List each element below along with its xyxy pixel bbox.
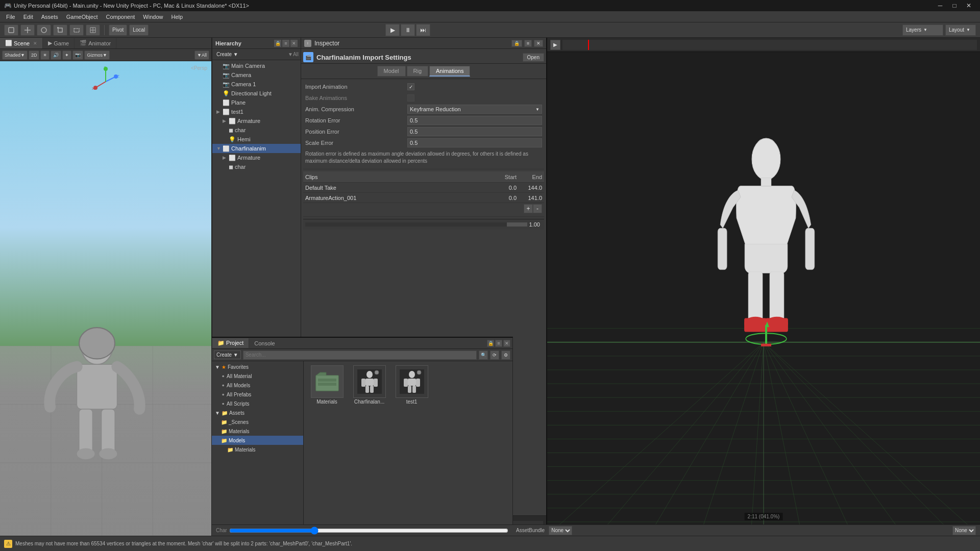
tab-model[interactable]: Model bbox=[377, 66, 406, 77]
tab-console[interactable]: Console bbox=[249, 339, 280, 348]
sidebar-models-materials[interactable]: 📁 Materials bbox=[212, 445, 303, 454]
project-search-input[interactable] bbox=[243, 350, 477, 360]
tree-item-armature1[interactable]: ▶ ⬜ Armature bbox=[212, 116, 301, 126]
hierarchy-menu-button[interactable]: ≡ bbox=[282, 40, 289, 47]
rotation-error-value[interactable]: 0.5 bbox=[407, 116, 542, 125]
project-close-button[interactable]: ✕ bbox=[503, 340, 510, 347]
open-button[interactable]: Open bbox=[523, 53, 544, 62]
tree-item-hemi[interactable]: 💡 Hemi bbox=[212, 135, 301, 144]
project-create-button[interactable]: Create ▼ bbox=[214, 350, 241, 359]
import-animation-checkbox[interactable] bbox=[407, 83, 414, 90]
layout-dropdown[interactable]: Layout ▼ bbox=[945, 24, 976, 36]
audio-button[interactable]: 🔊 bbox=[51, 51, 61, 60]
project-toolbar: Create ▼ 🔍 ⟳ ⚙ bbox=[212, 349, 512, 361]
assetbundle-dropdown[interactable]: None bbox=[549, 526, 572, 535]
scale-error-value[interactable]: 0.5 bbox=[407, 138, 542, 147]
tab-scene[interactable]: ⬜ Scene ✕ bbox=[0, 38, 43, 48]
assetbundle-variant-dropdown[interactable]: None bbox=[952, 526, 976, 535]
layers-dropdown[interactable]: Layers ▼ bbox=[902, 24, 943, 36]
tree-item-camera1[interactable]: 📷 Camera 1 bbox=[212, 80, 301, 89]
tree-item-char2[interactable]: ◼ char bbox=[212, 162, 301, 171]
all-button[interactable]: ▼All bbox=[194, 51, 209, 60]
step-button[interactable]: ⏭ bbox=[416, 24, 430, 36]
sidebar-models[interactable]: 📁 Models bbox=[212, 436, 303, 445]
rotate-tool-button[interactable] bbox=[37, 24, 51, 36]
sidebar-scenes[interactable]: 📁 _Scenes bbox=[212, 417, 303, 427]
2d-button[interactable]: 2D bbox=[29, 51, 40, 60]
sidebar-all-prefabs[interactable]: ⚬ All Prefabs bbox=[212, 390, 303, 399]
project-lock-button[interactable]: 🔒 bbox=[487, 340, 494, 347]
play-button[interactable]: ▶ bbox=[385, 24, 400, 36]
close-button[interactable]: ✕ bbox=[962, 0, 976, 11]
tree-item-camera[interactable]: 📷 Camera bbox=[212, 70, 301, 80]
sidebar-materials[interactable]: 📁 Materials bbox=[212, 427, 303, 436]
tree-item-charfinalanim[interactable]: ▼ ⬜ Charfinalanim bbox=[212, 144, 301, 153]
hand-tool-button[interactable] bbox=[4, 24, 18, 36]
tree-item-plane[interactable]: ⬜ Plane bbox=[212, 98, 301, 107]
scene-tab-close[interactable]: ✕ bbox=[33, 41, 37, 46]
asset-test1[interactable]: test1 bbox=[393, 365, 431, 405]
move-tool-button[interactable] bbox=[20, 24, 35, 36]
sidebar-all-material[interactable]: ⚬ All Material bbox=[212, 371, 303, 381]
tree-item-armature2[interactable]: ▶ ⬜ Armature bbox=[212, 153, 301, 162]
pause-button[interactable]: ⏸ bbox=[401, 24, 415, 36]
tab-rig[interactable]: Rig bbox=[407, 66, 429, 77]
tab-animator[interactable]: 🎬 Animator bbox=[75, 38, 116, 48]
viewport-body[interactable]: 2:11 (041.0%) ⚙ bbox=[547, 52, 980, 536]
tab-animations[interactable]: Animations bbox=[429, 66, 470, 77]
scene-view[interactable]: Z Y X <Persp bbox=[0, 61, 211, 536]
project-menu-button[interactable]: ≡ bbox=[495, 340, 502, 347]
sidebar-all-models[interactable]: ⚬ All Models bbox=[212, 381, 303, 390]
project-zoom-slider[interactable] bbox=[229, 528, 508, 534]
shaded-dropdown[interactable]: Shaded▼ bbox=[2, 51, 28, 60]
bake-animations-checkbox[interactable] bbox=[407, 94, 414, 102]
tree-item-char1[interactable]: ◼ char bbox=[212, 126, 301, 135]
clip-remove-button[interactable]: - bbox=[533, 204, 542, 213]
position-error-value[interactable]: 0.5 bbox=[407, 127, 542, 136]
menu-file[interactable]: File bbox=[2, 13, 19, 21]
asset-charfinalanim[interactable]: Charfinalan... bbox=[350, 365, 388, 405]
asset-materials-folder[interactable]: Materials bbox=[308, 365, 346, 405]
multi-tool-button[interactable] bbox=[86, 24, 100, 36]
sidebar-all-scripts[interactable]: ⚬ All Scripts bbox=[212, 399, 303, 408]
inspector-menu-button[interactable]: ≡ bbox=[524, 40, 532, 47]
tree-item-main-camera[interactable]: 📷 Main Camera bbox=[212, 61, 301, 70]
project-sync-button[interactable]: ⟳ bbox=[490, 350, 499, 360]
hierarchy-lock-button[interactable]: 🔒 bbox=[274, 40, 281, 47]
lighting-button[interactable]: ☀ bbox=[40, 51, 50, 60]
pivot-button[interactable]: Pivot bbox=[109, 24, 127, 36]
project-search-button[interactable]: 🔍 bbox=[479, 350, 488, 360]
menu-gameobject[interactable]: GameObject bbox=[62, 13, 102, 21]
project-settings-button[interactable]: ⚙ bbox=[501, 350, 510, 360]
inspector-close-button[interactable]: ✕ bbox=[534, 40, 543, 47]
fx-button[interactable]: ✦ bbox=[62, 51, 71, 60]
menu-help[interactable]: Help bbox=[167, 13, 187, 21]
menu-window[interactable]: Window bbox=[139, 13, 167, 21]
viewport-timeline[interactable] bbox=[562, 40, 977, 50]
menu-edit[interactable]: Edit bbox=[19, 13, 37, 21]
gizmos-button[interactable]: Gizmos▼ bbox=[84, 51, 109, 60]
scale-tool-button[interactable] bbox=[53, 24, 67, 36]
menu-assets[interactable]: Assets bbox=[37, 13, 62, 21]
tree-item-directional-light[interactable]: 💡 Directional Light bbox=[212, 89, 301, 98]
tree-item-test1[interactable]: ▶ ⬜ test1 bbox=[212, 107, 301, 116]
clip-add-button[interactable]: + bbox=[524, 204, 533, 213]
clip-row-default[interactable]: Default Take 0.0 144.0 bbox=[303, 183, 544, 193]
maximize-button[interactable]: □ bbox=[947, 0, 962, 11]
rect-tool-button[interactable] bbox=[69, 24, 84, 36]
hierarchy-close-button[interactable]: ✕ bbox=[290, 40, 298, 47]
tab-project[interactable]: 📁 Project bbox=[212, 338, 249, 348]
minimize-button[interactable]: ─ bbox=[933, 0, 947, 11]
scene-camera-button[interactable]: 📷 bbox=[72, 51, 83, 60]
timeline-scrollbar[interactable] bbox=[305, 222, 527, 227]
clip-row-armature[interactable]: ArmatureAction_001 0.0 141.0 bbox=[303, 193, 544, 203]
menu-component[interactable]: Component bbox=[102, 13, 139, 21]
local-button[interactable]: Local bbox=[129, 24, 149, 36]
sidebar-favorites[interactable]: ▼ ★ Favorites bbox=[212, 362, 303, 371]
inspector-lock-button[interactable]: 🔒 bbox=[511, 40, 522, 47]
hierarchy-create-button[interactable]: Create ▼ bbox=[214, 51, 240, 58]
sidebar-assets[interactable]: ▼ 📁 Assets bbox=[212, 408, 303, 417]
anim-compression-dropdown[interactable]: Keyframe Reduction ▼ bbox=[407, 105, 542, 114]
tab-game[interactable]: ▶ Game bbox=[43, 38, 75, 48]
viewport-play-button[interactable]: ▶ bbox=[550, 40, 560, 50]
